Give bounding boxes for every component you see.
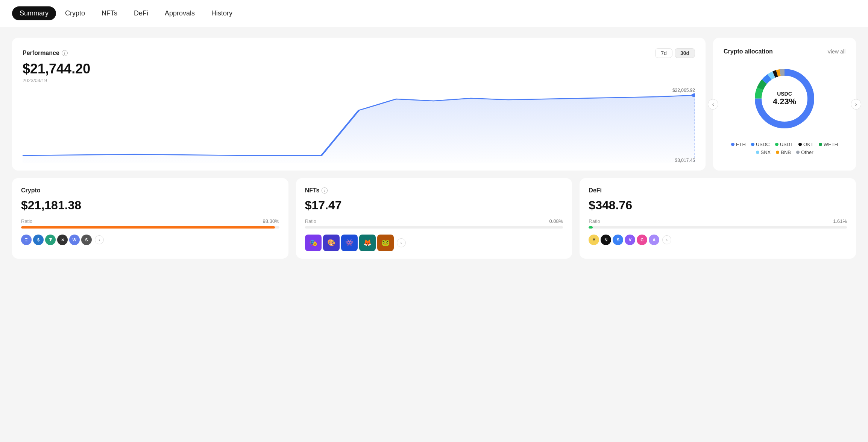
- defi-card-title: DeFi: [589, 187, 847, 194]
- alloc-title: Crypto allocation: [724, 48, 773, 55]
- legend-item-okt: OKT: [798, 142, 813, 147]
- nfts-value: $17.47: [305, 198, 563, 212]
- crypto-token-weth: W: [69, 235, 80, 245]
- nav-item-approvals[interactable]: Approvals: [157, 6, 202, 20]
- main-content: Performance i 7d 30d $21,744.20 2023/03/…: [0, 27, 868, 269]
- crypto-token-usdc: $: [33, 235, 44, 245]
- nav-item-crypto[interactable]: Crypto: [58, 6, 93, 20]
- nfts-bar-fill: [305, 226, 305, 229]
- donut-center: USDC 4.23%: [773, 91, 796, 107]
- time-btn-30d[interactable]: 30d: [675, 48, 695, 58]
- crypto-title-text: Crypto: [21, 187, 41, 194]
- legend-item-eth: ETH: [731, 142, 746, 147]
- defi-token-3: S: [613, 235, 623, 245]
- defi-token-6: A: [649, 235, 659, 245]
- bottom-row: Crypto $21,181.38 Ratio 98.30% Ξ $ ₮ ✕ W…: [12, 178, 856, 259]
- nfts-chevron-btn[interactable]: ›: [397, 238, 406, 247]
- performance-card: Performance i 7d 30d $21,744.20 2023/03/…: [12, 38, 706, 171]
- crypto-token-okt: ✕: [57, 235, 68, 245]
- legend-dot-weth: [819, 143, 822, 146]
- defi-icons-row: Y N S V C A ›: [589, 235, 847, 245]
- legend-label-weth: WETH: [824, 142, 838, 147]
- defi-ratio-row: Ratio 1.61%: [589, 218, 847, 224]
- perf-info-icon[interactable]: i: [62, 50, 68, 56]
- time-btn-7d[interactable]: 7d: [655, 48, 672, 58]
- legend-label-okt: OKT: [803, 142, 813, 147]
- nfts-ratio-label: Ratio: [305, 218, 316, 224]
- nav-bar: Summary Crypto NFTs DeFi Approvals Histo…: [0, 0, 868, 27]
- defi-ratio-label: Ratio: [589, 218, 600, 224]
- crypto-ratio-pct: 98.30%: [263, 218, 279, 224]
- defi-bar-fill: [589, 226, 593, 229]
- defi-bar-bg: [589, 226, 847, 229]
- crypto-chevron-btn[interactable]: ›: [95, 235, 104, 244]
- top-row: Performance i 7d 30d $21,744.20 2023/03/…: [12, 38, 856, 171]
- defi-token-4: V: [625, 235, 635, 245]
- crypto-ratio-row: Ratio 98.30%: [21, 218, 279, 224]
- legend-item-snx: SNX: [756, 149, 771, 155]
- legend-item-bnb: BNB: [776, 149, 791, 155]
- crypto-icons-row: Ξ $ ₮ ✕ W S ›: [21, 235, 279, 245]
- nfts-ratio-pct: 0.08%: [549, 218, 563, 224]
- legend-label-other: Other: [801, 149, 813, 155]
- crypto-token-snx: S: [81, 235, 92, 245]
- perf-title: Performance i: [23, 50, 68, 56]
- crypto-bar-bg: [21, 226, 279, 229]
- nft-thumb-5: 🐸: [377, 235, 394, 251]
- defi-value: $348.76: [589, 198, 847, 212]
- defi-token-5: C: [637, 235, 647, 245]
- view-all-button[interactable]: View all: [827, 49, 845, 55]
- nfts-title-text: NFTs: [305, 187, 320, 194]
- donut-container: USDC 4.23%: [751, 65, 818, 133]
- defi-card: DeFi $348.76 Ratio 1.61% Y N S V C A ›: [580, 178, 856, 259]
- legend-dot-eth: [731, 143, 734, 146]
- nav-item-nfts[interactable]: NFTs: [94, 6, 125, 20]
- legend-dot-bnb: [776, 151, 779, 154]
- perf-date: 2023/03/19: [23, 78, 695, 83]
- crypto-value: $21,181.38: [21, 198, 279, 212]
- nfts-card: NFTs i $17.47 Ratio 0.08% 🎭 🎨 👾 🦊 🐸 ›: [296, 178, 572, 259]
- time-buttons: 7d 30d: [655, 48, 695, 58]
- allocation-card: Crypto allocation View all ‹ ›: [713, 38, 856, 171]
- defi-title-text: DeFi: [589, 187, 602, 194]
- nft-thumb-1: 🎭: [305, 235, 322, 251]
- legend-label-eth: ETH: [736, 142, 746, 147]
- donut-center-label: USDC: [773, 91, 796, 97]
- nfts-ratio-row: Ratio 0.08%: [305, 218, 563, 224]
- legend-label-usdt: USDT: [780, 142, 793, 147]
- nft-thumb-2: 🎨: [323, 235, 340, 251]
- crypto-ratio-label: Ratio: [21, 218, 32, 224]
- nfts-icons-row: 🎭 🎨 👾 🦊 🐸 ›: [305, 235, 563, 251]
- crypto-card-title: Crypto: [21, 187, 279, 194]
- donut-center-pct: 4.23%: [773, 97, 796, 107]
- crypto-card: Crypto $21,181.38 Ratio 98.30% Ξ $ ₮ ✕ W…: [12, 178, 288, 259]
- legend-dot-okt: [798, 143, 802, 146]
- nav-item-defi[interactable]: DeFi: [126, 6, 156, 20]
- perf-header: Performance i 7d 30d: [23, 48, 695, 58]
- defi-ratio-pct: 1.61%: [833, 218, 847, 224]
- perf-value: $21,744.20: [23, 61, 695, 77]
- nfts-info-icon[interactable]: i: [322, 187, 328, 194]
- defi-token-2: N: [601, 235, 611, 245]
- legend-label-bnb: BNB: [781, 149, 791, 155]
- crypto-token-usdt: ₮: [45, 235, 56, 245]
- defi-token-1: Y: [589, 235, 599, 245]
- nav-item-summary[interactable]: Summary: [12, 6, 56, 20]
- legend-dot-usdt: [775, 143, 778, 146]
- crypto-bar-fill: [21, 226, 275, 229]
- alloc-next-arrow[interactable]: ›: [851, 99, 861, 110]
- legend-label-snx: SNX: [761, 149, 771, 155]
- legend-dot-other: [796, 151, 800, 154]
- nav-item-history[interactable]: History: [204, 6, 240, 20]
- legend-dot-snx: [756, 151, 759, 154]
- chart-label-high: $22,065.92: [672, 88, 695, 93]
- legend-item-other: Other: [796, 149, 813, 155]
- alloc-legend: ETH USDC USDT OKT: [724, 142, 845, 155]
- chart-svg: [23, 88, 695, 163]
- nfts-bar-bg: [305, 226, 563, 229]
- alloc-prev-arrow[interactable]: ‹: [708, 99, 718, 110]
- chart-area: $22,065.92: [23, 88, 695, 163]
- perf-title-text: Performance: [23, 50, 59, 56]
- crypto-token-eth: Ξ: [21, 235, 32, 245]
- defi-chevron-btn[interactable]: ›: [662, 235, 671, 244]
